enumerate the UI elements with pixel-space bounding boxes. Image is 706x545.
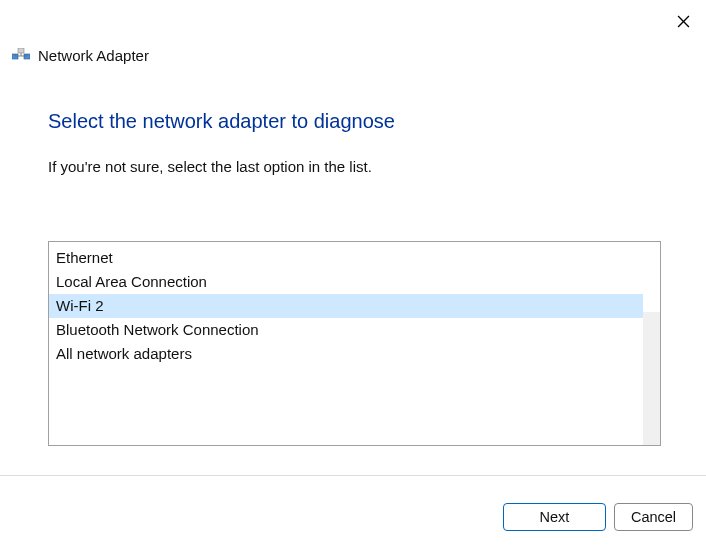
close-icon: [677, 15, 690, 28]
list-item[interactable]: All network adapters: [49, 342, 660, 366]
cancel-button[interactable]: Cancel: [614, 503, 693, 531]
header: Network Adapter: [12, 47, 149, 64]
network-adapter-icon: [12, 48, 30, 64]
svg-rect-4: [18, 48, 24, 53]
list-item[interactable]: Ethernet: [49, 246, 660, 270]
list-item-label: Ethernet: [56, 249, 113, 266]
list-item-label: Bluetooth Network Connection: [56, 321, 259, 338]
next-button[interactable]: Next: [503, 503, 606, 531]
button-bar: Next Cancel: [503, 503, 693, 531]
scrollbar-track: [643, 242, 660, 445]
list-item-label: Local Area Connection: [56, 273, 207, 290]
list-item-label: All network adapters: [56, 345, 192, 362]
header-title: Network Adapter: [38, 47, 149, 64]
page-heading: Select the network adapter to diagnose: [48, 110, 395, 133]
list-item[interactable]: Bluetooth Network Connection: [49, 318, 660, 342]
scrollbar-thumb[interactable]: [643, 242, 660, 312]
adapter-listbox[interactable]: EthernetLocal Area ConnectionWi-Fi 2Blue…: [48, 241, 661, 446]
close-button[interactable]: [674, 12, 692, 30]
list-item[interactable]: Local Area Connection: [49, 270, 660, 294]
list-item-label: Wi-Fi 2: [56, 297, 104, 314]
list-item[interactable]: Wi-Fi 2: [49, 294, 660, 318]
divider: [0, 475, 706, 476]
instruction-text: If you're not sure, select the last opti…: [48, 158, 372, 175]
